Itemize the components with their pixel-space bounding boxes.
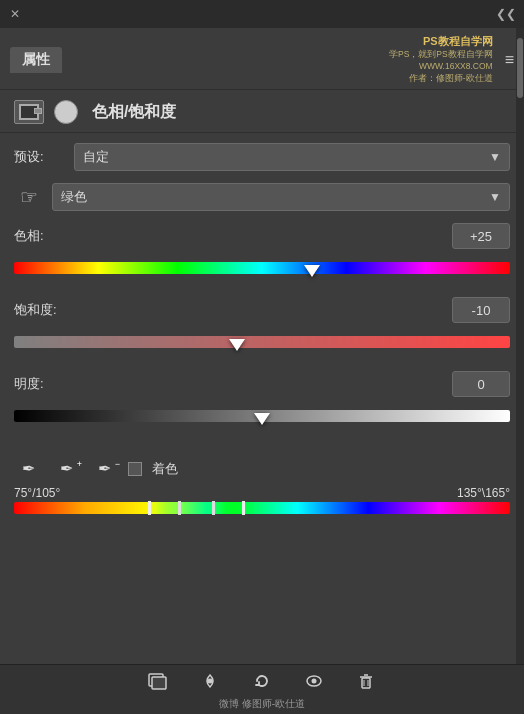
svg-point-4 bbox=[312, 679, 317, 684]
hue-value[interactable]: +25 bbox=[452, 223, 510, 249]
layer-icon-row: 色相/饱和度 bbox=[0, 90, 524, 133]
lightness-value[interactable]: 0 bbox=[452, 371, 510, 397]
spectrum-bar bbox=[14, 502, 510, 514]
saturation-slider-track-container[interactable] bbox=[14, 327, 510, 357]
hue-section: 色相: +25 bbox=[14, 223, 510, 283]
scrollbar[interactable] bbox=[516, 28, 524, 714]
colorize-checkbox[interactable] bbox=[128, 462, 142, 476]
double-arrow-icon[interactable]: ❮❮ bbox=[496, 7, 516, 21]
saturation-slider-thumb[interactable] bbox=[229, 339, 245, 351]
view-previous-icon[interactable] bbox=[194, 665, 226, 697]
channel-select[interactable]: 绿色 ▼ bbox=[52, 183, 510, 211]
watermark: PS教程自学网 学PS，就到PS教程自学网 WWW.16XX8.COM 作者：修… bbox=[389, 34, 493, 85]
hue-slider-track-container[interactable] bbox=[14, 253, 510, 283]
tools-row: ✒ ✒+ ✒− 着色 bbox=[0, 455, 524, 482]
lightness-slider-track-container[interactable] bbox=[14, 401, 510, 431]
preset-row: 预设: 自定 ▼ bbox=[14, 143, 510, 171]
scrollbar-thumb[interactable] bbox=[517, 38, 523, 98]
range-handle-ml[interactable] bbox=[178, 501, 181, 515]
svg-point-2 bbox=[208, 679, 213, 684]
lightness-slider-thumb[interactable] bbox=[254, 413, 270, 425]
close-button[interactable]: ✕ bbox=[8, 7, 22, 21]
panel-header: 属性 PS教程自学网 学PS，就到PS教程自学网 WWW.16XX8.COM 作… bbox=[0, 28, 524, 90]
preset-value: 自定 bbox=[83, 148, 109, 166]
hue-slider-track bbox=[14, 262, 510, 274]
range-handle-left[interactable] bbox=[148, 501, 151, 515]
controls-panel: 预设: 自定 ▼ ☞ 绿色 ▼ 色相: +25 饱和度: -10 bbox=[0, 133, 524, 455]
range-left-label: 75°/105° bbox=[14, 486, 60, 500]
range-track-container[interactable] bbox=[14, 502, 510, 518]
range-handle-right[interactable] bbox=[242, 501, 245, 515]
clip-layer-icon[interactable] bbox=[142, 665, 174, 697]
channel-arrow-icon: ▼ bbox=[489, 190, 501, 204]
eyedropper-plus-icon[interactable]: ✒+ bbox=[52, 459, 80, 478]
range-right-label: 135°\165° bbox=[457, 486, 510, 500]
layer-icon-inner bbox=[19, 104, 39, 120]
title-bar: ✕ ❮❮ bbox=[0, 0, 524, 28]
channel-value: 绿色 bbox=[61, 188, 87, 206]
properties-tab[interactable]: 属性 bbox=[10, 47, 62, 73]
hue-slider-thumb[interactable] bbox=[304, 265, 320, 277]
panel-menu-icon[interactable]: ≡ bbox=[499, 51, 514, 69]
svg-rect-1 bbox=[152, 677, 166, 689]
range-handle-mr[interactable] bbox=[212, 501, 215, 515]
hue-label: 色相: bbox=[14, 227, 44, 245]
saturation-section: 饱和度: -10 bbox=[14, 297, 510, 357]
preset-label: 预设: bbox=[14, 148, 66, 166]
eyedropper-minus-icon[interactable]: ✒− bbox=[90, 459, 118, 478]
lightness-label: 明度: bbox=[14, 375, 44, 393]
saturation-label: 饱和度: bbox=[14, 301, 57, 319]
reset-icon[interactable] bbox=[246, 665, 278, 697]
range-labels: 75°/105° 135°\165° bbox=[14, 486, 510, 500]
saturation-slider-track bbox=[14, 336, 510, 348]
preset-arrow-icon: ▼ bbox=[489, 150, 501, 164]
eyedropper-icon[interactable]: ✒ bbox=[14, 459, 42, 478]
adjustment-title: 色相/饱和度 bbox=[92, 102, 176, 123]
layer-icon-button[interactable] bbox=[14, 100, 44, 124]
hand-tool-icon[interactable]: ☞ bbox=[14, 185, 44, 209]
visibility-icon[interactable] bbox=[298, 665, 330, 697]
bottom-tools-row bbox=[0, 665, 524, 697]
preset-select[interactable]: 自定 ▼ bbox=[74, 143, 510, 171]
delete-icon[interactable] bbox=[350, 665, 382, 697]
lightness-section: 明度: 0 bbox=[14, 371, 510, 431]
saturation-value[interactable]: -10 bbox=[452, 297, 510, 323]
green-range-highlight bbox=[148, 502, 237, 514]
layer-circle-icon[interactable] bbox=[54, 100, 78, 124]
range-row: 75°/105° 135°\165° bbox=[0, 482, 524, 518]
channel-row: ☞ 绿色 ▼ bbox=[14, 183, 510, 211]
colorize-label: 着色 bbox=[152, 460, 178, 478]
svg-rect-5 bbox=[362, 678, 370, 688]
bottom-watermark: 微博 修图师-欧仕道 bbox=[219, 697, 305, 714]
bottom-toolbar: 微博 修图师-欧仕道 bbox=[0, 664, 524, 714]
